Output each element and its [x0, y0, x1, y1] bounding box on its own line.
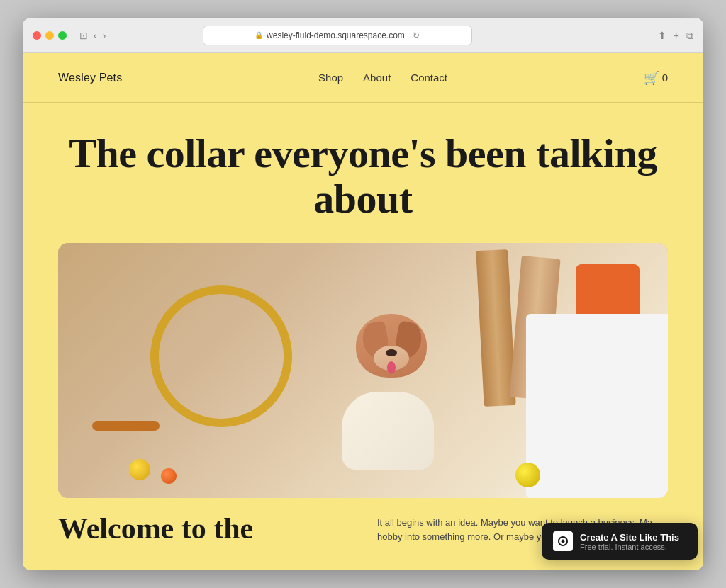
dog-collar [92, 421, 160, 431]
badge-subtitle: Free trial. Instant access. [580, 543, 679, 551]
cart-icon: 🛒 [644, 70, 659, 86]
browser-nav-buttons: ⊡ ‹ › [79, 30, 106, 40]
dog-nose [386, 349, 397, 356]
squarespace-logo [553, 531, 573, 551]
browser-window: ⊡ ‹ › 🔒 wesley-fluid-demo.squarespace.co… [23, 18, 703, 570]
dog-head [356, 314, 427, 378]
window-button[interactable]: ⊡ [79, 30, 88, 40]
url-text: wesley-fluid-demo.squarespace.com [267, 30, 405, 40]
reload-icon[interactable]: ↻ [413, 30, 420, 40]
browser-actions-right: ⬆ + ⧉ [658, 30, 693, 40]
nav-links: Shop About Contact [318, 72, 447, 84]
site-logo: Wesley Pets [58, 72, 122, 84]
welcome-heading: Welcome to the [58, 512, 349, 545]
dog-tongue [387, 361, 396, 374]
hero-title: The collar everyone's been talking about [58, 131, 668, 222]
squarespace-logo-icon [557, 535, 569, 548]
site-nav: Wesley Pets Shop About Contact 🛒 0 [23, 53, 703, 103]
lock-icon: 🔒 [255, 31, 263, 39]
cart-count: 0 [662, 72, 668, 84]
dog-torso [342, 392, 434, 470]
badge-text: Create A Site Like This Free trial. Inst… [580, 532, 679, 551]
hero-image [58, 243, 668, 498]
dog-image [320, 314, 462, 470]
back-button[interactable]: ‹ [94, 30, 97, 40]
new-tab-button[interactable]: + [674, 30, 679, 40]
traffic-lights [33, 31, 67, 40]
badge-title: Create A Site Like This [580, 532, 679, 543]
hero-image-bg [58, 243, 668, 498]
traffic-light-yellow[interactable] [45, 31, 54, 40]
traffic-light-green[interactable] [58, 31, 67, 40]
nav-link-shop[interactable]: Shop [318, 72, 343, 84]
dog-silhouette [320, 314, 462, 470]
dog-snout [374, 346, 409, 371]
hoop-prop [150, 285, 292, 427]
squarespace-badge[interactable]: Create A Site Like This Free trial. Inst… [542, 523, 698, 560]
cart-button[interactable]: 🛒 0 [644, 70, 668, 86]
ball-1 [129, 459, 150, 480]
site-content: Wesley Pets Shop About Contact 🛒 0 The c… [23, 53, 703, 570]
tabs-button[interactable]: ⧉ [686, 30, 693, 40]
nav-link-about[interactable]: About [363, 72, 391, 84]
yellow-ball [515, 463, 540, 487]
share-button[interactable]: ⬆ [658, 30, 666, 40]
forward-button[interactable]: › [103, 30, 106, 40]
svg-point-0 [562, 540, 565, 543]
browser-chrome: ⊡ ‹ › 🔒 wesley-fluid-demo.squarespace.co… [23, 18, 703, 53]
ball-2 [161, 468, 177, 484]
address-bar[interactable]: 🔒 wesley-fluid-demo.squarespace.com ↻ [203, 26, 472, 45]
hero-section: The collar everyone's been talking about [23, 103, 703, 243]
welcome-text-column: Welcome to the [58, 512, 349, 545]
white-panel [526, 314, 668, 498]
traffic-light-red[interactable] [33, 31, 41, 40]
nav-link-contact[interactable]: Contact [411, 72, 447, 84]
